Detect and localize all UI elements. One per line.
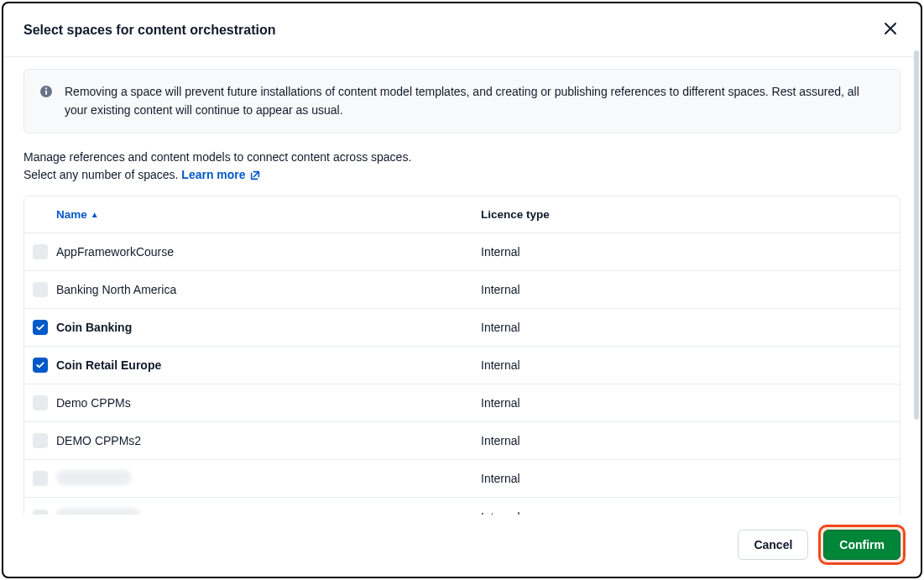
cell-checkbox xyxy=(24,471,56,486)
row-checkbox[interactable] xyxy=(33,244,48,259)
modal-body: Removing a space will prevent future ins… xyxy=(3,57,921,515)
scrollbar[interactable] xyxy=(914,50,919,420)
info-icon xyxy=(39,85,53,98)
row-checkbox[interactable] xyxy=(33,471,48,486)
cell-name: Coin Retail Europe xyxy=(56,358,481,372)
cell-name xyxy=(56,508,481,515)
cell-checkbox xyxy=(24,358,56,373)
cell-licence: Internal xyxy=(481,358,900,372)
cell-name: DEMO CPPMs2 xyxy=(56,434,481,447)
table-row: Demo CPPMsInternal xyxy=(24,384,900,422)
confirm-highlight: Confirm xyxy=(818,525,906,565)
learn-more-link[interactable]: Learn more xyxy=(181,166,260,184)
cell-licence: Internal xyxy=(481,321,900,334)
row-checkbox[interactable] xyxy=(33,433,48,448)
table-row: DEMO CPPMs2Internal xyxy=(24,422,900,460)
cell-checkbox xyxy=(24,395,56,410)
confirm-button[interactable]: Confirm xyxy=(823,530,901,560)
table-row: Coin BankingInternal xyxy=(24,309,900,347)
info-banner-text: Removing a space will prevent future ins… xyxy=(65,83,885,119)
cell-checkbox xyxy=(24,433,56,448)
cell-name xyxy=(56,470,481,488)
cell-name: Demo CPPMs xyxy=(56,396,481,410)
row-checkbox[interactable] xyxy=(33,358,48,373)
svg-point-2 xyxy=(45,87,47,89)
cell-licence: Internal xyxy=(481,396,900,410)
cell-licence: Internal xyxy=(481,245,900,259)
redacted-name xyxy=(56,470,132,485)
modal-select-spaces: Select spaces for content orchestration … xyxy=(2,2,922,578)
info-banner: Removing a space will prevent future ins… xyxy=(23,69,901,133)
modal-title: Select spaces for content orchestration xyxy=(23,23,276,38)
modal-header: Select spaces for content orchestration xyxy=(3,3,921,57)
cell-name: Banking North America xyxy=(56,283,481,296)
cell-checkbox xyxy=(24,244,56,259)
redacted-name xyxy=(56,508,140,515)
table-row: Internal xyxy=(24,460,900,498)
close-button[interactable] xyxy=(880,18,901,41)
sort-asc-icon: ▲ xyxy=(91,210,99,219)
table-body: AppFrameworkCourseInternalBanking North … xyxy=(24,233,900,515)
cell-licence: Internal xyxy=(481,283,900,296)
modal-footer: Cancel Confirm xyxy=(3,515,921,577)
cell-licence: Internal xyxy=(481,434,900,447)
table-row: Banking North AmericaInternal xyxy=(24,271,900,309)
close-icon xyxy=(884,22,897,35)
table-header: Name ▲ Licence type xyxy=(24,196,900,233)
col-name-header[interactable]: Name ▲ xyxy=(56,196,481,233)
external-link-icon xyxy=(249,170,261,181)
svg-rect-1 xyxy=(45,91,47,96)
cell-name: AppFrameworkCourse xyxy=(56,245,481,259)
cell-licence: Internal xyxy=(481,472,900,485)
row-checkbox[interactable] xyxy=(33,395,48,410)
cell-checkbox xyxy=(24,282,56,297)
spaces-table: Name ▲ Licence type AppFrameworkCourseIn… xyxy=(23,196,901,515)
intro-text: Manage references and content models to … xyxy=(23,149,901,184)
intro-line1: Manage references and content models to … xyxy=(23,150,411,164)
table-row: Internal xyxy=(24,498,900,515)
row-checkbox[interactable] xyxy=(33,320,48,335)
table-row: Coin Retail EuropeInternal xyxy=(24,347,900,384)
cell-checkbox xyxy=(24,320,56,335)
table-row: AppFrameworkCourseInternal xyxy=(24,233,900,271)
col-licence-header: Licence type xyxy=(481,196,900,233)
cell-name: Coin Banking xyxy=(56,321,481,334)
intro-line2: Select any number of spaces. xyxy=(23,168,178,181)
cancel-button[interactable]: Cancel xyxy=(738,530,808,560)
col-checkbox xyxy=(24,196,56,233)
row-checkbox[interactable] xyxy=(33,282,48,297)
